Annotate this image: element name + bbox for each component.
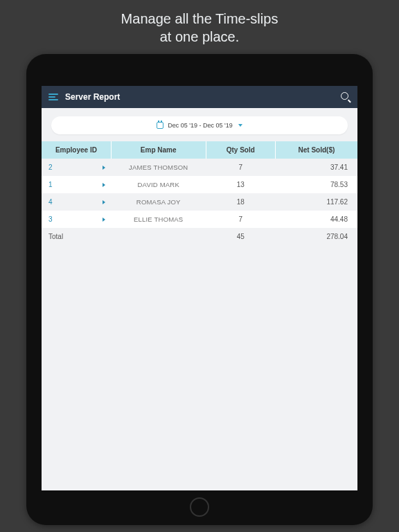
home-button[interactable] <box>190 497 209 517</box>
promo-line2: at one place. <box>0 28 399 46</box>
col-header-qty[interactable]: Qty Sold <box>206 141 275 159</box>
chevron-right-icon <box>103 200 105 204</box>
net-sold: 117.62 <box>275 193 357 211</box>
chevron-right-icon <box>103 183 105 187</box>
table-header-row: Employee ID Emp Name Qty Sold Net Sold($… <box>42 141 357 159</box>
menu-icon[interactable] <box>48 94 58 100</box>
employee-name: JAMES THOMSON <box>111 159 206 176</box>
date-range-text: Dec 05 '19 - Dec 05 '19 <box>168 122 233 129</box>
promo-line1: Manage all the Time-slips <box>0 10 399 28</box>
col-header-id[interactable]: Employee ID <box>42 141 111 159</box>
search-icon[interactable] <box>341 92 351 102</box>
promo-caption: Manage all the Time-slips at one place. <box>0 0 399 54</box>
col-header-name[interactable]: Emp Name <box>111 141 206 159</box>
table-row: 4 ROMASA JOY 18 117.62 <box>42 193 357 211</box>
employee-name: ELLIE THOMAS <box>111 211 206 228</box>
report-table: Employee ID Emp Name Qty Sold Net Sold($… <box>42 141 357 245</box>
date-range-picker[interactable]: Dec 05 '19 - Dec 05 '19 <box>51 116 348 134</box>
total-net: 278.04 <box>275 228 357 245</box>
employee-id-link[interactable]: 4 <box>42 193 111 211</box>
qty-sold: 7 <box>206 211 275 228</box>
table-total-row: Total 45 278.04 <box>42 228 357 245</box>
qty-sold: 18 <box>206 193 275 211</box>
total-label: Total <box>42 228 111 245</box>
qty-sold: 7 <box>206 159 275 176</box>
app-screen: Server Report Dec 05 '19 - Dec 05 '19 Em… <box>42 86 357 490</box>
date-filter-area: Dec 05 '19 - Dec 05 '19 <box>42 108 357 141</box>
chevron-right-icon <box>103 166 105 170</box>
chevron-right-icon <box>103 218 105 222</box>
total-qty: 45 <box>206 228 275 245</box>
employee-name: ROMASA JOY <box>111 193 206 211</box>
topbar: Server Report <box>42 86 357 108</box>
tablet-frame: Server Report Dec 05 '19 - Dec 05 '19 Em… <box>26 54 373 525</box>
net-sold: 37.41 <box>275 159 357 176</box>
page-title: Server Report <box>65 92 120 102</box>
employee-id-link[interactable]: 1 <box>42 176 111 193</box>
qty-sold: 13 <box>206 176 275 193</box>
table-row: 2 JAMES THOMSON 7 37.41 <box>42 159 357 176</box>
table-row: 3 ELLIE THOMAS 7 44.48 <box>42 211 357 228</box>
employee-name: DAVID MARK <box>111 176 206 193</box>
col-header-net[interactable]: Net Sold($) <box>275 141 357 159</box>
calendar-icon <box>157 122 163 129</box>
net-sold: 78.53 <box>275 176 357 193</box>
employee-id-link[interactable]: 3 <box>42 211 111 228</box>
net-sold: 44.48 <box>275 211 357 228</box>
chevron-down-icon <box>238 124 242 127</box>
table-row: 1 DAVID MARK 13 78.53 <box>42 176 357 193</box>
employee-id-link[interactable]: 2 <box>42 159 111 176</box>
